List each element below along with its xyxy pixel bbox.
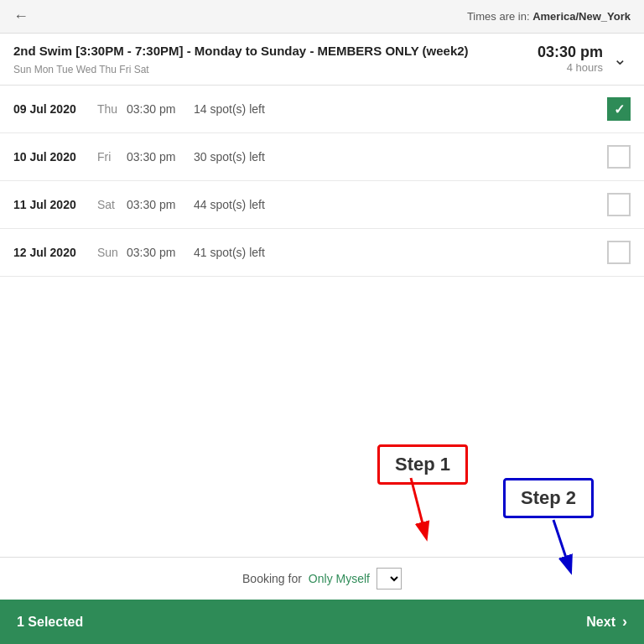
booking-for-row: Booking for Only Myself bbox=[13, 568, 631, 600]
session-time: 03:30 pm bbox=[538, 44, 603, 61]
session-checkbox[interactable] bbox=[607, 193, 631, 216]
session-day: Sun bbox=[97, 246, 127, 259]
back-button[interactable]: ← bbox=[13, 8, 29, 25]
session-time-cell: 03:30 pm bbox=[127, 198, 194, 211]
session-checkbox[interactable] bbox=[607, 241, 631, 264]
next-button-area[interactable]: Next › bbox=[586, 613, 627, 631]
expand-button[interactable]: ⌄ bbox=[610, 45, 631, 72]
hours-label: 4 hours bbox=[538, 61, 603, 74]
session-title: 2nd Swim [3:30PM - 7:30PM] - Monday to S… bbox=[13, 44, 469, 58]
session-date: 11 Jul 2020 bbox=[13, 198, 97, 211]
days-row: Sun Mon Tue Wed Thu Fri Sat bbox=[13, 64, 149, 75]
session-time-cell: 03:30 pm bbox=[127, 102, 194, 116]
booking-for-label: Booking for bbox=[242, 572, 302, 585]
time-display: 03:30 pm 4 hours bbox=[538, 44, 603, 74]
session-spots: 14 spot(s) left bbox=[194, 102, 607, 116]
session-date: 09 Jul 2020 bbox=[13, 102, 97, 116]
next-bar[interactable]: 1 Selected Next › bbox=[0, 600, 644, 644]
booking-for-select[interactable] bbox=[377, 568, 402, 589]
session-checkbox[interactable] bbox=[607, 97, 631, 121]
session-date: 12 Jul 2020 bbox=[13, 246, 97, 259]
session-time-cell: 03:30 pm bbox=[127, 150, 194, 164]
selected-count-label: 1 Selected bbox=[17, 615, 83, 630]
bottom-area: Booking for Only Myself bbox=[0, 557, 644, 600]
session-checkbox[interactable] bbox=[607, 145, 631, 169]
header-right: 03:30 pm 4 hours ⌄ bbox=[538, 44, 631, 74]
main-screen: ← Times are in: America/New_York 2nd Swi… bbox=[0, 0, 644, 644]
session-spots: 44 spot(s) left bbox=[194, 198, 607, 211]
next-label: Next bbox=[586, 615, 615, 630]
session-row: 11 Jul 2020 Sat 03:30 pm 44 spot(s) left bbox=[0, 181, 644, 229]
chevron-right-icon: › bbox=[622, 613, 627, 631]
session-day: Fri bbox=[97, 150, 127, 164]
timezone-label: Times are in: America/New_York bbox=[467, 10, 631, 23]
session-row: 10 Jul 2020 Fri 03:30 pm 30 spot(s) left bbox=[0, 133, 644, 181]
header-section: 2nd Swim [3:30PM - 7:30PM] - Monday to S… bbox=[0, 34, 644, 86]
session-time-cell: 03:30 pm bbox=[127, 246, 194, 259]
session-row: 09 Jul 2020 Thu 03:30 pm 14 spot(s) left bbox=[0, 86, 644, 133]
session-date: 10 Jul 2020 bbox=[13, 150, 97, 164]
session-spots: 41 spot(s) left bbox=[194, 246, 607, 259]
header-left: 2nd Swim [3:30PM - 7:30PM] - Monday to S… bbox=[13, 44, 469, 76]
session-day: Thu bbox=[97, 102, 127, 116]
top-bar: ← Times are in: America/New_York bbox=[0, 0, 644, 34]
session-day: Sat bbox=[97, 198, 127, 211]
session-row: 12 Jul 2020 Sun 03:30 pm 41 spot(s) left bbox=[0, 229, 644, 277]
session-spots: 30 spot(s) left bbox=[194, 150, 607, 164]
session-list: 09 Jul 2020 Thu 03:30 pm 14 spot(s) left… bbox=[0, 86, 644, 557]
booking-for-link[interactable]: Only Myself bbox=[309, 572, 370, 585]
